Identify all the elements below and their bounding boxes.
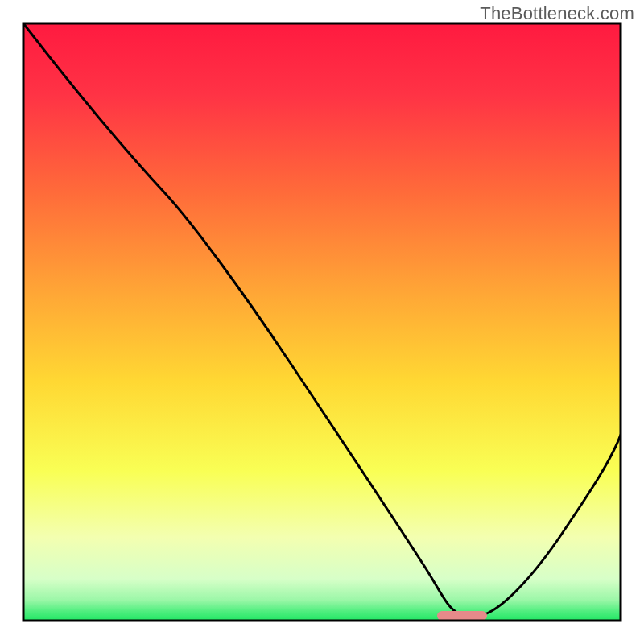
watermark-text: TheBottleneck.com: [480, 3, 634, 24]
bottleneck-chart: [0, 0, 644, 644]
chart-background-gradient: [23, 23, 621, 621]
optimal-range-marker: [437, 611, 487, 621]
chart-container: TheBottleneck.com: [0, 0, 644, 644]
